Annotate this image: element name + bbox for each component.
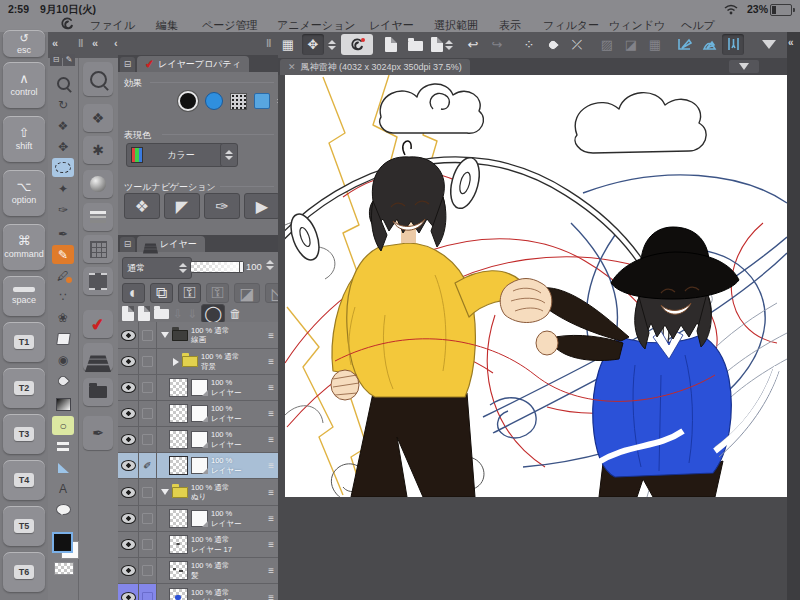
- enable-mask-icon[interactable]: ◪: [234, 283, 260, 303]
- layer-row-selected[interactable]: ✐ 100 %レイヤー ≡: [118, 453, 278, 479]
- tool-move-layer[interactable]: ✥: [52, 137, 74, 156]
- tool-palette-tab-icon[interactable]: ⊟: [50, 54, 62, 66]
- collapse-right-icon[interactable]: «: [788, 37, 794, 48]
- visibility-toggle[interactable]: [118, 506, 139, 531]
- tool-rotate-canvas[interactable]: ↻: [52, 95, 74, 114]
- menu-page[interactable]: ページ管理: [202, 18, 258, 33]
- effect-watercolor-edge-icon[interactable]: [205, 92, 223, 110]
- layer-row-15[interactable]: 100 % 通常レイヤー 15 ≡: [118, 584, 278, 600]
- tool-text[interactable]: A: [52, 479, 74, 498]
- tool-frame-border[interactable]: [52, 437, 74, 456]
- layer-menu-icon[interactable]: ≡: [268, 487, 278, 498]
- clip-studio-logo-icon[interactable]: [60, 17, 74, 31]
- target-cell[interactable]: [139, 322, 157, 348]
- menu-file[interactable]: ファイル: [90, 18, 135, 33]
- menu-layer[interactable]: レイヤー: [369, 18, 414, 33]
- layer-menu-icon[interactable]: ≡: [268, 592, 278, 600]
- opacity-slider[interactable]: [190, 261, 244, 273]
- layer-menu-icon[interactable]: ≡: [268, 565, 278, 576]
- toolnav-operation-icon[interactable]: ❖: [124, 193, 160, 219]
- new-layer-folder-icon[interactable]: [154, 309, 169, 319]
- expression-color-spinner[interactable]: [220, 143, 238, 167]
- tool-figure[interactable]: ○: [52, 416, 74, 435]
- t2-key[interactable]: T2: [3, 368, 45, 408]
- snap-settings-button[interactable]: ⁘: [518, 34, 540, 55]
- layer-row-haikei[interactable]: 100 % 通常背景 ≡: [118, 349, 278, 375]
- collapse-left2-icon[interactable]: «: [92, 37, 98, 49]
- tool-auto-select[interactable]: ✦: [52, 179, 74, 198]
- toolnav-pen-icon[interactable]: ✑: [204, 193, 240, 219]
- lock-layer-icon[interactable]: ⚿: [178, 283, 201, 303]
- toolbar-handle[interactable]: ‖: [266, 37, 271, 49]
- layer-menu-icon[interactable]: ≡: [268, 382, 278, 393]
- new-file-button[interactable]: [380, 34, 402, 55]
- t4-key[interactable]: T4: [3, 460, 45, 500]
- expression-color-dropdown[interactable]: カラー: [126, 143, 224, 167]
- layer-folder-palette-icon[interactable]: [83, 378, 113, 406]
- menu-help[interactable]: ヘルプ: [681, 18, 715, 33]
- layer-row-nuri[interactable]: 100 % 通常ぬり ≡: [118, 479, 278, 506]
- palette-dock-button[interactable]: ▦: [277, 34, 299, 55]
- snap-to-special-ruler-button[interactable]: [698, 34, 720, 55]
- toolnav-play-icon[interactable]: ▶: [244, 193, 280, 219]
- collapse-left-icon[interactable]: «: [52, 37, 58, 49]
- layer-property-tab[interactable]: ✔ レイヤープロパティ: [137, 56, 249, 72]
- selection-launcher-button-disabled[interactable]: ▦: [644, 34, 666, 55]
- layer-menu-icon[interactable]: ≡: [268, 460, 278, 471]
- tool-gradient[interactable]: [52, 395, 74, 414]
- shift-key[interactable]: ⇧ shift: [3, 116, 45, 162]
- layer-row-17[interactable]: 100 % 通常レイヤー 17 ≡: [118, 532, 278, 558]
- color-wheel-palette-icon[interactable]: [83, 170, 113, 198]
- target-cell[interactable]: [139, 558, 157, 583]
- tool-blend[interactable]: ◉: [52, 350, 74, 369]
- effect-border-icon[interactable]: [178, 91, 198, 111]
- color-slider-palette-icon[interactable]: [83, 203, 113, 231]
- open-file-button[interactable]: [404, 34, 426, 55]
- quick-access-palette-icon[interactable]: [83, 62, 113, 96]
- menu-selection[interactable]: 選択範囲: [434, 18, 478, 33]
- target-cell[interactable]: [139, 427, 157, 452]
- layer-row[interactable]: 100 %レイヤー ≡: [118, 375, 278, 401]
- tool-palette-tab2-icon[interactable]: ✎: [63, 54, 75, 66]
- tool-selection-lasso[interactable]: [52, 158, 74, 177]
- tool-airbrush[interactable]: ∵: [52, 287, 74, 306]
- layer-row[interactable]: 100 %レイヤー ≡: [118, 506, 278, 532]
- canvas-tab[interactable]: ✕ 風神雷神 (4032 x 3024px 350dpi 37.5%): [280, 59, 470, 75]
- collapse-left3-icon[interactable]: ‹: [114, 37, 118, 49]
- tool-operation[interactable]: ❖: [52, 116, 74, 135]
- visibility-toggle[interactable]: [118, 558, 139, 583]
- divider-handle[interactable]: ‖: [78, 37, 83, 49]
- target-cell[interactable]: [139, 532, 157, 557]
- material-palette-icon[interactable]: [83, 267, 113, 295]
- tool-property-palette-icon[interactable]: ✱: [83, 136, 113, 164]
- layer-row[interactable]: 100 %レイヤー ≡: [118, 401, 278, 427]
- dock-spinner[interactable]: [325, 34, 338, 55]
- visibility-toggle[interactable]: [118, 322, 139, 348]
- redo-button[interactable]: ↪: [486, 34, 508, 55]
- menu-view[interactable]: 表示: [499, 18, 521, 33]
- clip-at-layer-below-icon[interactable]: ◐: [122, 283, 145, 303]
- undo-button[interactable]: ↩: [462, 34, 484, 55]
- reference-layer-icon[interactable]: ⧉: [150, 283, 173, 303]
- main-color-swatch[interactable]: [52, 532, 73, 553]
- draw-target-pen-icon[interactable]: ✐: [139, 453, 157, 478]
- target-cell-highlighted[interactable]: [139, 584, 157, 600]
- sub-tool-palette-icon[interactable]: ❖: [83, 104, 113, 132]
- menu-filter[interactable]: フィルター: [543, 18, 599, 33]
- layer-menu-icon[interactable]: ≡: [268, 539, 278, 550]
- tool-balloon[interactable]: [52, 500, 74, 519]
- visibility-toggle-highlighted[interactable]: [118, 584, 139, 600]
- layer-menu-icon[interactable]: ≡: [268, 356, 278, 367]
- menu-window[interactable]: ウィンドウ: [609, 18, 665, 33]
- delete-layer-icon[interactable]: 🗑︎: [229, 307, 241, 321]
- create-layer-mask-icon[interactable]: ◯: [201, 304, 225, 323]
- menu-edit[interactable]: 編集: [156, 18, 178, 33]
- visibility-toggle[interactable]: [118, 349, 139, 374]
- fill-button[interactable]: [542, 34, 564, 55]
- page-navigation-button[interactable]: [428, 34, 456, 55]
- canvas-tab-overflow-button[interactable]: [729, 60, 759, 73]
- mesh-transform-button-disabled[interactable]: ◪: [620, 34, 642, 55]
- panel-dock-tab2-icon[interactable]: ⊟: [120, 237, 135, 252]
- visibility-toggle[interactable]: [118, 427, 139, 452]
- collapse-arrow-icon[interactable]: [161, 332, 169, 338]
